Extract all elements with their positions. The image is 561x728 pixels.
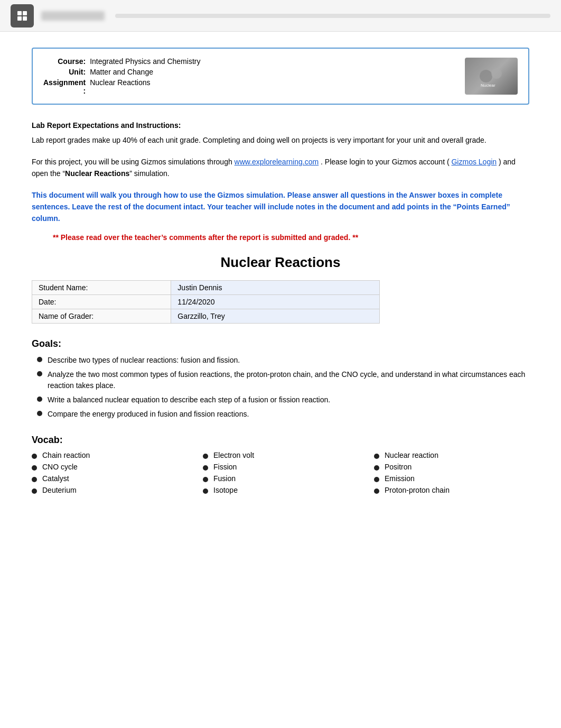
- lab-paragraph1: Lab report grades make up 40% of each un…: [32, 134, 529, 146]
- vocab-word: Catalyst: [42, 474, 69, 483]
- bullet-dot-icon: [203, 489, 208, 494]
- student-info-table: Student Name: Justin Dennis Date: 11/24/…: [32, 280, 380, 324]
- goal-item: Compare the energy produced in fusion an…: [37, 409, 529, 420]
- vocab-word: Chain reaction: [42, 451, 90, 459]
- app-logo: [11, 4, 34, 27]
- vocab-item: Fission: [203, 463, 358, 471]
- goal-item: Write a balanced nuclear equation to des…: [37, 394, 529, 406]
- bullet-dot-icon: [374, 465, 379, 471]
- lab-instructions: Lab Report Expectations and Instructions…: [32, 119, 529, 146]
- course-label: Course:: [43, 56, 90, 67]
- svg-rect-0: [17, 11, 22, 15]
- bullet-dot-icon: [374, 454, 379, 459]
- svg-rect-1: [23, 11, 27, 15]
- bullet-dot-icon: [37, 357, 42, 362]
- vocab-heading: Vocab:: [32, 435, 529, 446]
- goal-text: Write a balanced nuclear equation to des…: [48, 394, 330, 406]
- bullet-dot-icon: [37, 411, 42, 416]
- goal-item: Describe two types of nuclear reactions:…: [37, 355, 529, 366]
- course-info-box: Course: Integrated Physics and Chemistry…: [32, 48, 529, 105]
- vocab-word: Positron: [385, 463, 412, 471]
- vocab-word: Deuterium: [42, 486, 77, 494]
- vocab-word: Isotope: [213, 486, 238, 494]
- grader-row: Name of Grader: Garzzillo, Trey: [32, 309, 380, 323]
- goals-section: Goals: Describe two types of nuclear rea…: [32, 338, 529, 420]
- svg-point-4: [480, 70, 492, 82]
- grader-label: Name of Grader:: [32, 309, 171, 323]
- vocab-section: Vocab: Chain reactionCNO cycleCatalystDe…: [32, 435, 529, 497]
- date-value: 11/24/2020: [171, 294, 380, 309]
- explorelearning-link[interactable]: www.explorelearning.com: [235, 158, 319, 166]
- bullet-dot-icon: [374, 477, 379, 482]
- bullet-dot-icon: [203, 454, 208, 459]
- student-name-value: Justin Dennis: [171, 280, 380, 294]
- para2-after-link: . Please login to your Gizmos account (: [321, 158, 450, 166]
- grader-value: Garzzillo, Trey: [171, 309, 380, 323]
- vocab-item: Nuclear reaction: [374, 451, 529, 459]
- vocab-word: Electron volt: [213, 451, 254, 459]
- vocab-word: Proton-proton chain: [385, 486, 450, 494]
- vocab-item: Fusion: [203, 474, 358, 483]
- bullet-dot-icon: [32, 465, 37, 471]
- bullet-dot-icon: [37, 397, 42, 402]
- unit-value: Matter and Change: [90, 67, 204, 77]
- instruction-red: ** Please read over the teacher’s commen…: [53, 233, 529, 242]
- assignment-value: Nuclear Reactions: [90, 77, 204, 96]
- vocab-item: Isotope: [203, 486, 358, 494]
- vocab-item: Catalyst: [32, 474, 187, 483]
- course-value: Integrated Physics and Chemistry: [90, 56, 204, 67]
- svg-point-5: [491, 68, 502, 79]
- student-name-label: Student Name:: [32, 280, 171, 294]
- assignment-label: Assignment :: [43, 77, 90, 96]
- goal-text: Analyze the two most common types of fus…: [48, 369, 529, 391]
- bullet-dot-icon: [32, 477, 37, 482]
- vocab-word: CNO cycle: [42, 463, 78, 471]
- vocab-col3: Nuclear reactionPositronEmissionProton-p…: [374, 451, 529, 497]
- vocab-item: Emission: [374, 474, 529, 483]
- goal-item: Analyze the two most common types of fus…: [37, 369, 529, 391]
- bullet-dot-icon: [203, 477, 208, 482]
- bullet-dot-icon: [32, 489, 37, 494]
- gizmos-login-link[interactable]: Gizmos Login: [451, 158, 497, 166]
- goals-heading: Goals:: [32, 338, 529, 349]
- vocab-item: Deuterium: [32, 486, 187, 494]
- instruction-blue: This document will walk you through how …: [32, 189, 529, 225]
- date-row: Date: 11/24/2020: [32, 294, 380, 309]
- para2-before-link: For this project, you will be using Gizm…: [32, 158, 232, 166]
- report-title: Nuclear Reactions: [32, 254, 529, 271]
- course-info-text: Course: Integrated Physics and Chemistry…: [43, 56, 204, 96]
- date-label: Date:: [32, 294, 171, 309]
- goal-text: Compare the energy produced in fusion an…: [48, 409, 249, 420]
- vocab-item: Chain reaction: [32, 451, 187, 459]
- vocab-word: Fission: [213, 463, 237, 471]
- bullet-dot-icon: [32, 454, 37, 459]
- vocab-word: Emission: [385, 474, 415, 483]
- vocab-item: Electron volt: [203, 451, 358, 459]
- bullet-dot-icon: [203, 465, 208, 471]
- main-content: Course: Integrated Physics and Chemistry…: [0, 32, 561, 528]
- vocab-col1: Chain reactionCNO cycleCatalystDeuterium: [32, 451, 187, 497]
- app-title-blurred: [41, 11, 105, 21]
- unit-label: Unit:: [43, 67, 90, 77]
- svg-rect-2: [17, 16, 22, 21]
- svg-rect-3: [23, 16, 27, 21]
- vocab-word: Nuclear reaction: [385, 451, 438, 459]
- vocab-word: Fusion: [213, 474, 236, 483]
- lab-paragraph2-container: For this project, you will be using Gizm…: [32, 156, 529, 180]
- bullet-dot-icon: [37, 371, 42, 376]
- course-thumbnail: Nuclear: [465, 58, 518, 95]
- para2-close: ” simulation.: [129, 169, 169, 178]
- bold-sim-name: Nuclear Reactions: [65, 169, 129, 178]
- vocab-col2: Electron voltFissionFusionIsotope: [203, 451, 358, 497]
- progress-bar: [115, 14, 550, 18]
- vocab-item: Proton-proton chain: [374, 486, 529, 494]
- vocab-item: Positron: [374, 463, 529, 471]
- goal-text: Describe two types of nuclear reactions:…: [48, 355, 240, 366]
- goals-list: Describe two types of nuclear reactions:…: [32, 355, 529, 420]
- top-bar: [0, 0, 561, 32]
- vocab-item: CNO cycle: [32, 463, 187, 471]
- svg-text:Nuclear: Nuclear: [481, 83, 495, 88]
- student-name-row: Student Name: Justin Dennis: [32, 280, 380, 294]
- lab-heading: Lab Report Expectations and Instructions…: [32, 121, 181, 130]
- bullet-dot-icon: [374, 489, 379, 494]
